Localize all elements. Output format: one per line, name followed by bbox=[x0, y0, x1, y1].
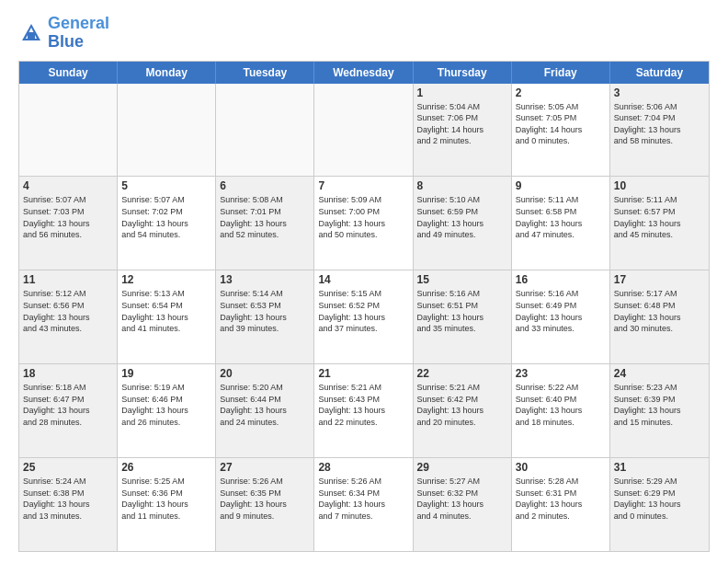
header-cell-monday: Monday bbox=[118, 62, 216, 84]
header: General Blue bbox=[18, 15, 710, 52]
day-info: Sunrise: 5:26 AM Sunset: 6:35 PM Dayligh… bbox=[220, 476, 310, 522]
calendar-cell: 5Sunrise: 5:07 AM Sunset: 7:02 PM Daylig… bbox=[118, 177, 216, 270]
day-info: Sunrise: 5:26 AM Sunset: 6:34 PM Dayligh… bbox=[318, 476, 408, 522]
day-number: 26 bbox=[121, 461, 211, 474]
day-info: Sunrise: 5:05 AM Sunset: 7:05 PM Dayligh… bbox=[516, 101, 606, 147]
calendar-cell: 10Sunrise: 5:11 AM Sunset: 6:57 PM Dayli… bbox=[610, 177, 709, 270]
calendar-cell: 8Sunrise: 5:10 AM Sunset: 6:59 PM Daylig… bbox=[414, 177, 512, 270]
day-number: 30 bbox=[516, 461, 606, 474]
day-info: Sunrise: 5:15 AM Sunset: 6:52 PM Dayligh… bbox=[318, 288, 408, 334]
day-number: 14 bbox=[318, 273, 408, 286]
calendar-cell: 28Sunrise: 5:26 AM Sunset: 6:34 PM Dayli… bbox=[314, 458, 413, 551]
calendar-cell: 17Sunrise: 5:17 AM Sunset: 6:48 PM Dayli… bbox=[610, 270, 709, 363]
calendar-body: 1Sunrise: 5:04 AM Sunset: 7:06 PM Daylig… bbox=[19, 84, 709, 551]
day-number: 29 bbox=[417, 461, 507, 474]
day-info: Sunrise: 5:28 AM Sunset: 6:31 PM Dayligh… bbox=[516, 476, 606, 522]
calendar-cell: 3Sunrise: 5:06 AM Sunset: 7:04 PM Daylig… bbox=[610, 84, 709, 177]
day-number: 22 bbox=[417, 367, 507, 380]
calendar-cell: 9Sunrise: 5:11 AM Sunset: 6:58 PM Daylig… bbox=[512, 177, 610, 270]
day-number: 9 bbox=[516, 179, 606, 192]
day-number: 15 bbox=[417, 273, 507, 286]
calendar-cell: 27Sunrise: 5:26 AM Sunset: 6:35 PM Dayli… bbox=[216, 458, 314, 551]
day-info: Sunrise: 5:14 AM Sunset: 6:53 PM Dayligh… bbox=[220, 288, 310, 334]
calendar-cell: 24Sunrise: 5:23 AM Sunset: 6:39 PM Dayli… bbox=[610, 364, 709, 457]
day-info: Sunrise: 5:04 AM Sunset: 7:06 PM Dayligh… bbox=[417, 101, 507, 147]
header-cell-thursday: Thursday bbox=[414, 62, 512, 84]
day-number: 8 bbox=[417, 179, 507, 192]
calendar-cell: 20Sunrise: 5:20 AM Sunset: 6:44 PM Dayli… bbox=[216, 364, 314, 457]
calendar-cell bbox=[216, 84, 314, 177]
day-info: Sunrise: 5:13 AM Sunset: 6:54 PM Dayligh… bbox=[121, 288, 211, 334]
day-info: Sunrise: 5:09 AM Sunset: 7:00 PM Dayligh… bbox=[318, 194, 408, 240]
calendar-cell: 13Sunrise: 5:14 AM Sunset: 6:53 PM Dayli… bbox=[216, 270, 314, 363]
calendar-cell: 31Sunrise: 5:29 AM Sunset: 6:29 PM Dayli… bbox=[610, 458, 709, 551]
day-info: Sunrise: 5:22 AM Sunset: 6:40 PM Dayligh… bbox=[516, 382, 606, 428]
calendar-cell: 19Sunrise: 5:19 AM Sunset: 6:46 PM Dayli… bbox=[118, 364, 216, 457]
header-cell-wednesday: Wednesday bbox=[314, 62, 413, 84]
day-number: 12 bbox=[121, 273, 211, 286]
calendar-cell: 29Sunrise: 5:27 AM Sunset: 6:32 PM Dayli… bbox=[414, 458, 512, 551]
day-number: 21 bbox=[318, 367, 408, 380]
calendar-cell: 21Sunrise: 5:21 AM Sunset: 6:43 PM Dayli… bbox=[314, 364, 413, 457]
calendar-row-0: 1Sunrise: 5:04 AM Sunset: 7:06 PM Daylig… bbox=[19, 84, 709, 177]
day-info: Sunrise: 5:16 AM Sunset: 6:51 PM Dayligh… bbox=[417, 288, 507, 334]
calendar-cell: 12Sunrise: 5:13 AM Sunset: 6:54 PM Dayli… bbox=[118, 270, 216, 363]
calendar-cell: 16Sunrise: 5:16 AM Sunset: 6:49 PM Dayli… bbox=[512, 270, 610, 363]
header-cell-friday: Friday bbox=[512, 62, 610, 84]
day-number: 23 bbox=[516, 367, 606, 380]
day-number: 28 bbox=[318, 461, 408, 474]
day-info: Sunrise: 5:12 AM Sunset: 6:56 PM Dayligh… bbox=[23, 288, 113, 334]
day-info: Sunrise: 5:21 AM Sunset: 6:42 PM Dayligh… bbox=[417, 382, 507, 428]
calendar-cell: 2Sunrise: 5:05 AM Sunset: 7:05 PM Daylig… bbox=[512, 84, 610, 177]
calendar-row-1: 4Sunrise: 5:07 AM Sunset: 7:03 PM Daylig… bbox=[19, 176, 709, 270]
logo-icon bbox=[18, 20, 44, 46]
calendar-cell: 18Sunrise: 5:18 AM Sunset: 6:47 PM Dayli… bbox=[19, 364, 118, 457]
day-info: Sunrise: 5:19 AM Sunset: 6:46 PM Dayligh… bbox=[121, 382, 211, 428]
day-info: Sunrise: 5:23 AM Sunset: 6:39 PM Dayligh… bbox=[614, 382, 705, 428]
day-info: Sunrise: 5:25 AM Sunset: 6:36 PM Dayligh… bbox=[121, 476, 211, 522]
calendar-cell bbox=[19, 84, 118, 177]
day-info: Sunrise: 5:17 AM Sunset: 6:48 PM Dayligh… bbox=[614, 288, 705, 334]
day-number: 19 bbox=[121, 367, 211, 380]
calendar-cell: 11Sunrise: 5:12 AM Sunset: 6:56 PM Dayli… bbox=[19, 270, 118, 363]
day-number: 10 bbox=[614, 179, 705, 192]
day-info: Sunrise: 5:16 AM Sunset: 6:49 PM Dayligh… bbox=[516, 288, 606, 334]
day-info: Sunrise: 5:10 AM Sunset: 6:59 PM Dayligh… bbox=[417, 194, 507, 240]
day-number: 7 bbox=[318, 179, 408, 192]
svg-rect-2 bbox=[28, 32, 35, 39]
day-number: 1 bbox=[417, 86, 507, 99]
calendar-cell bbox=[314, 84, 413, 177]
day-info: Sunrise: 5:11 AM Sunset: 6:57 PM Dayligh… bbox=[614, 194, 705, 240]
calendar-cell: 6Sunrise: 5:08 AM Sunset: 7:01 PM Daylig… bbox=[216, 177, 314, 270]
day-number: 4 bbox=[23, 179, 113, 192]
day-info: Sunrise: 5:29 AM Sunset: 6:29 PM Dayligh… bbox=[614, 476, 705, 522]
calendar-cell: 23Sunrise: 5:22 AM Sunset: 6:40 PM Dayli… bbox=[512, 364, 610, 457]
day-info: Sunrise: 5:24 AM Sunset: 6:38 PM Dayligh… bbox=[23, 476, 113, 522]
day-info: Sunrise: 5:18 AM Sunset: 6:47 PM Dayligh… bbox=[23, 382, 113, 428]
calendar-cell: 22Sunrise: 5:21 AM Sunset: 6:42 PM Dayli… bbox=[414, 364, 512, 457]
day-info: Sunrise: 5:06 AM Sunset: 7:04 PM Dayligh… bbox=[614, 101, 705, 147]
header-cell-saturday: Saturday bbox=[610, 62, 709, 84]
calendar-cell: 7Sunrise: 5:09 AM Sunset: 7:00 PM Daylig… bbox=[314, 177, 413, 270]
header-cell-tuesday: Tuesday bbox=[216, 62, 314, 84]
calendar: SundayMondayTuesdayWednesdayThursdayFrid… bbox=[18, 61, 710, 552]
day-number: 3 bbox=[614, 86, 705, 99]
day-number: 11 bbox=[23, 273, 113, 286]
day-number: 27 bbox=[220, 461, 310, 474]
day-info: Sunrise: 5:27 AM Sunset: 6:32 PM Dayligh… bbox=[417, 476, 507, 522]
day-info: Sunrise: 5:20 AM Sunset: 6:44 PM Dayligh… bbox=[220, 382, 310, 428]
day-number: 24 bbox=[614, 367, 705, 380]
day-number: 5 bbox=[121, 179, 211, 192]
calendar-cell: 4Sunrise: 5:07 AM Sunset: 7:03 PM Daylig… bbox=[19, 177, 118, 270]
calendar-row-2: 11Sunrise: 5:12 AM Sunset: 6:56 PM Dayli… bbox=[19, 270, 709, 363]
calendar-cell: 25Sunrise: 5:24 AM Sunset: 6:38 PM Dayli… bbox=[19, 458, 118, 551]
logo: General Blue bbox=[18, 15, 109, 52]
calendar-cell: 1Sunrise: 5:04 AM Sunset: 7:06 PM Daylig… bbox=[414, 84, 512, 177]
calendar-cell: 14Sunrise: 5:15 AM Sunset: 6:52 PM Dayli… bbox=[314, 270, 413, 363]
day-number: 18 bbox=[23, 367, 113, 380]
day-number: 25 bbox=[23, 461, 113, 474]
calendar-header: SundayMondayTuesdayWednesdayThursdayFrid… bbox=[19, 62, 709, 84]
calendar-row-4: 25Sunrise: 5:24 AM Sunset: 6:38 PM Dayli… bbox=[19, 457, 709, 551]
logo-text: General Blue bbox=[48, 15, 109, 52]
day-number: 20 bbox=[220, 367, 310, 380]
